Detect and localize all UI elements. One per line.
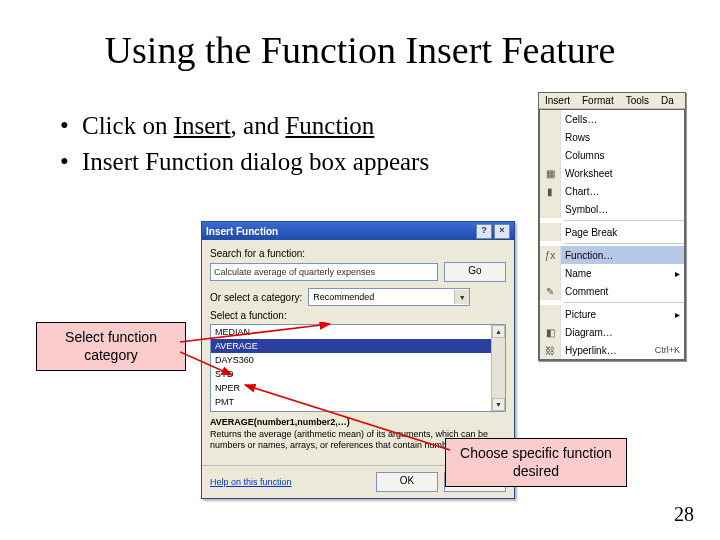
bullet-2-text: Insert Function dialog box appears xyxy=(82,144,429,180)
menu-item-columns[interactable]: Columns xyxy=(540,146,684,164)
menu-item-picture[interactable]: Picture▸ xyxy=(540,305,684,323)
menu-data[interactable]: Da xyxy=(655,93,680,108)
menu-item-comment[interactable]: ✎Comment xyxy=(540,282,684,300)
bullet-2: • Insert Function dialog box appears xyxy=(60,144,429,180)
menu-item-cells[interactable]: Cells… xyxy=(540,110,684,128)
menubar: Insert Format Tools Da xyxy=(539,93,685,109)
fx-icon: ƒx xyxy=(540,246,561,264)
menu-item-pagebreak[interactable]: Page Break xyxy=(540,223,684,241)
menu-tools[interactable]: Tools xyxy=(620,93,655,108)
scrollbar[interactable]: ▲ ▼ xyxy=(491,325,505,411)
menu-insert[interactable]: Insert xyxy=(539,93,576,108)
callout-function: Choose specific function desired xyxy=(445,438,627,487)
list-item[interactable]: PMT xyxy=(211,395,505,409)
comment-icon: ✎ xyxy=(540,282,561,300)
scroll-up-icon[interactable]: ▲ xyxy=(492,325,505,338)
page-number: 28 xyxy=(674,503,694,526)
bullet-1-function: Function xyxy=(285,112,374,139)
search-label: Search for a function: xyxy=(210,248,506,259)
select-function-label: Select a function: xyxy=(210,310,506,321)
function-signature: AVERAGE(number1,number2,…) xyxy=(210,417,506,427)
bullet-1: • Click on Insert, and Function xyxy=(60,108,429,144)
menu-item-rows[interactable]: Rows xyxy=(540,128,684,146)
category-combo[interactable]: Recommended ▼ xyxy=(308,288,470,306)
menu-item-function[interactable]: ƒxFunction… xyxy=(540,246,684,264)
go-button[interactable]: Go xyxy=(444,262,506,282)
bullet-1-part-b: , and xyxy=(231,112,286,139)
menu-item-name[interactable]: Name▸ xyxy=(540,264,684,282)
menu-item-hyperlink[interactable]: ⛓Hyperlink…Ctrl+K xyxy=(540,341,684,359)
help-link[interactable]: Help on this function xyxy=(210,477,292,487)
insert-dropdown: Cells… Rows Columns ▦Worksheet ▮Chart… S… xyxy=(539,109,685,360)
bullet-list: • Click on Insert, and Function • Insert… xyxy=(60,108,429,181)
ok-button[interactable]: OK xyxy=(376,472,438,492)
scroll-down-icon[interactable]: ▼ xyxy=(492,398,505,411)
list-item[interactable]: MEDIAN xyxy=(211,325,505,339)
menu-item-diagram[interactable]: ◧Diagram… xyxy=(540,323,684,341)
close-button[interactable]: × xyxy=(494,224,510,239)
chart-icon: ▮ xyxy=(540,182,561,200)
menu-item-worksheet[interactable]: ▦Worksheet xyxy=(540,164,684,182)
callout-category: Select function category xyxy=(36,322,186,371)
insert-menu-screenshot: Insert Format Tools Da Cells… Rows Colum… xyxy=(538,92,686,361)
dialog-title: Insert Function xyxy=(206,226,278,237)
category-value: Recommended xyxy=(309,292,454,302)
chevron-down-icon: ▼ xyxy=(454,290,469,304)
list-item[interactable]: NPER xyxy=(211,381,505,395)
search-input[interactable]: Calculate average of quarterly expenses xyxy=(210,263,438,281)
menu-format[interactable]: Format xyxy=(576,93,620,108)
menu-item-symbol[interactable]: Symbol… xyxy=(540,200,684,218)
help-button[interactable]: ? xyxy=(476,224,492,239)
bullet-1-insert: Insert xyxy=(174,112,231,139)
list-item[interactable]: SYD xyxy=(211,367,505,381)
diagram-icon: ◧ xyxy=(540,323,561,341)
menu-item-chart[interactable]: ▮Chart… xyxy=(540,182,684,200)
slide-title: Using the Function Insert Feature xyxy=(0,28,720,72)
bullet-1-part-a: Click on xyxy=(82,112,174,139)
worksheet-icon: ▦ xyxy=(540,164,561,182)
list-item-selected[interactable]: AVERAGE xyxy=(211,339,505,353)
hyperlink-icon: ⛓ xyxy=(540,341,561,359)
category-label: Or select a category: xyxy=(210,292,302,303)
list-item[interactable]: IPMT xyxy=(211,409,505,412)
dialog-titlebar: Insert Function ? × xyxy=(202,222,514,240)
function-listbox[interactable]: MEDIAN AVERAGE DAYS360 SYD NPER PMT IPMT… xyxy=(210,324,506,412)
list-item[interactable]: DAYS360 xyxy=(211,353,505,367)
